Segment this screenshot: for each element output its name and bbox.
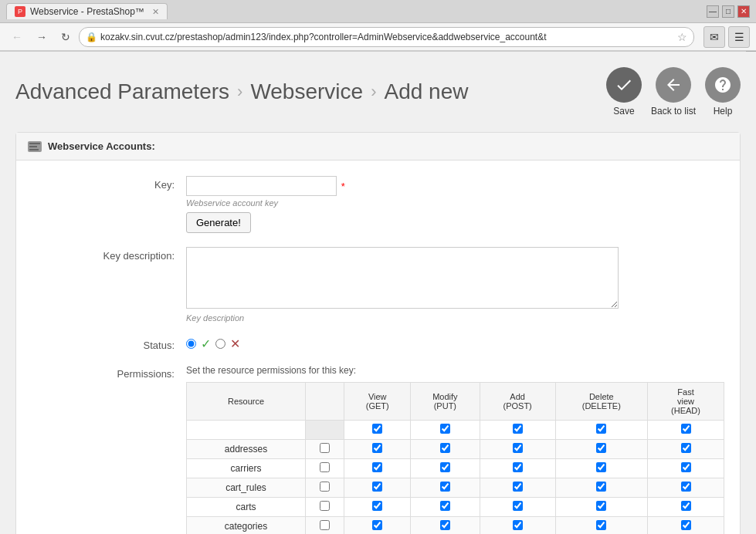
add-cell	[480, 440, 555, 459]
table-row: categories	[187, 517, 724, 535]
forward-button[interactable]: →	[31, 28, 53, 46]
delete-cell	[555, 517, 647, 535]
delete-checkbox[interactable]	[596, 520, 606, 530]
table-row: carts	[187, 498, 724, 517]
add-cell	[480, 517, 555, 535]
add-checkbox[interactable]	[513, 482, 523, 492]
address-bar[interactable]: 🔒 kozakv.sin.cvut.cz/prestashop/admin123…	[79, 27, 694, 47]
refresh-button[interactable]: ↻	[56, 28, 76, 46]
delete-checkbox[interactable]	[596, 424, 606, 434]
menu-icon-btn[interactable]: ☰	[728, 26, 750, 48]
add-checkbox[interactable]	[513, 501, 523, 511]
maximize-button[interactable]: □	[722, 5, 734, 18]
save-button[interactable]: Save	[606, 67, 642, 117]
modify-checkbox[interactable]	[440, 482, 450, 492]
delete-checkbox[interactable]	[596, 443, 606, 453]
status-group: ✓ ✕	[186, 336, 724, 351]
view-cell	[344, 517, 411, 535]
fast-cell	[648, 440, 724, 459]
back-to-list-button[interactable]: Back to list	[651, 67, 696, 117]
desc-form-group: Key description: Key description	[32, 247, 724, 323]
add-checkbox[interactable]	[513, 520, 523, 530]
help-button[interactable]: Help	[705, 67, 741, 117]
browser-tab[interactable]: P Webservice - PrestaShop™ ✕	[6, 3, 168, 19]
lock-icon: 🔒	[86, 32, 97, 42]
main-content: Advanced Parameters › Webservice › Add n…	[0, 52, 756, 534]
all-cell	[306, 478, 344, 498]
key-input[interactable]	[186, 176, 337, 196]
col-fast: Fastview(HEAD)	[648, 383, 724, 421]
add-checkbox[interactable]	[513, 462, 523, 472]
view-checkbox[interactable]	[372, 443, 382, 453]
view-checkbox[interactable]	[372, 501, 382, 511]
view-cell	[344, 421, 411, 440]
all-checkbox[interactable]	[320, 520, 330, 530]
view-checkbox[interactable]	[372, 482, 382, 492]
col-delete: Delete(DELETE)	[555, 383, 647, 421]
delete-cell	[555, 478, 647, 498]
breadcrumb-sep-1: ›	[237, 82, 242, 102]
header-actions: Save Back to list Help	[606, 67, 741, 117]
view-checkbox[interactable]	[372, 462, 382, 472]
delete-cell	[555, 459, 647, 478]
fast-cell	[648, 517, 724, 535]
view-cell	[344, 440, 411, 459]
minimize-button[interactable]: —	[707, 5, 719, 18]
desc-label: Key description:	[32, 247, 186, 262]
resource-name: categories	[187, 517, 306, 535]
col-add: Add(POST)	[480, 383, 555, 421]
tab-favicon: P	[15, 6, 25, 17]
modify-checkbox[interactable]	[440, 520, 450, 530]
breadcrumb: Advanced Parameters › Webservice › Add n…	[15, 79, 606, 104]
permissions-hint: Set the resource permissions for this ke…	[186, 365, 724, 376]
table-row	[187, 421, 724, 440]
status-on-radio[interactable]	[186, 339, 196, 349]
fast-checkbox[interactable]	[681, 482, 691, 492]
desc-control-wrap: Key description	[186, 247, 724, 323]
modify-checkbox[interactable]	[440, 443, 450, 453]
key-label: Key:	[32, 176, 186, 191]
delete-checkbox[interactable]	[596, 462, 606, 472]
panel-body: Key: * Webservice account key Generate! …	[16, 161, 740, 534]
all-checkbox[interactable]	[320, 482, 330, 492]
status-off-radio[interactable]	[215, 339, 225, 349]
modify-checkbox[interactable]	[440, 462, 450, 472]
back-button[interactable]: ←	[6, 28, 28, 46]
panel-header: Webservice Accounts:	[16, 133, 740, 161]
delete-checkbox[interactable]	[596, 482, 606, 492]
fast-checkbox[interactable]	[681, 443, 691, 453]
email-icon-btn[interactable]: ✉	[703, 26, 725, 48]
all-checkbox[interactable]	[320, 462, 330, 472]
fast-checkbox[interactable]	[681, 462, 691, 472]
close-button[interactable]: ✕	[737, 5, 750, 18]
back-icon	[656, 67, 691, 103]
modify-checkbox[interactable]	[440, 424, 450, 434]
save-icon	[606, 67, 642, 103]
title-bar: P Webservice - PrestaShop™ ✕ — □ ✕	[0, 0, 756, 23]
fast-checkbox[interactable]	[681, 424, 691, 434]
desc-textarea[interactable]	[186, 247, 619, 309]
all-checkbox[interactable]	[320, 501, 330, 511]
table-row: addresses	[187, 440, 724, 459]
tab-close-icon[interactable]: ✕	[152, 7, 159, 17]
fast-checkbox[interactable]	[681, 501, 691, 511]
add-checkbox[interactable]	[513, 443, 523, 453]
back-label: Back to list	[651, 106, 696, 117]
fast-checkbox[interactable]	[681, 520, 691, 530]
all-cell	[306, 517, 344, 535]
required-star: *	[341, 181, 345, 192]
delete-checkbox[interactable]	[596, 501, 606, 511]
bookmark-icon[interactable]: ☆	[677, 31, 687, 43]
table-row: cart_rules	[187, 478, 724, 498]
delete-cell	[555, 440, 647, 459]
view-checkbox[interactable]	[372, 520, 382, 530]
add-checkbox[interactable]	[513, 424, 523, 434]
generate-button[interactable]: Generate!	[186, 212, 251, 233]
modify-checkbox[interactable]	[440, 501, 450, 511]
view-checkbox[interactable]	[372, 424, 382, 434]
all-checkbox[interactable]	[320, 443, 330, 453]
add-cell	[480, 498, 555, 517]
browser-chrome: P Webservice - PrestaShop™ ✕ — □ ✕ ← → ↻…	[0, 0, 756, 52]
help-icon	[705, 67, 741, 103]
resource-name: carriers	[187, 459, 306, 478]
